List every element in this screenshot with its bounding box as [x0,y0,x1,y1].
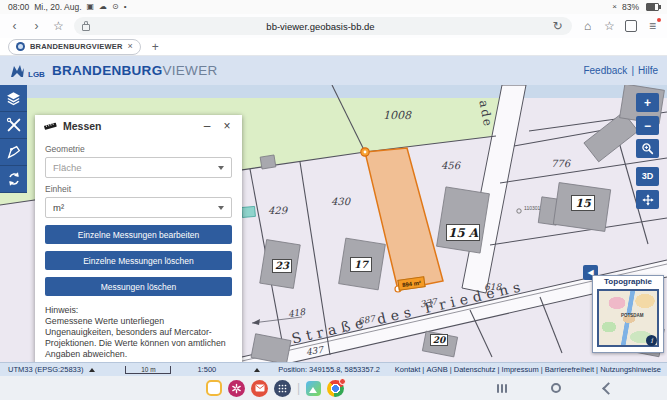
close-icon[interactable]: × [220,120,234,132]
survey-point-marker [517,209,521,213]
scale-bar: 10 m [125,366,171,374]
url-bar[interactable]: bb-viewer.geobasis-bb.de ↻ [74,17,572,35]
help-link[interactable]: Hilfe [638,65,658,76]
home-button[interactable] [551,383,561,393]
footer-link[interactable]: Nutzungshinweise [600,365,661,374]
app-title: BRANDENBURGVIEWER [52,63,218,78]
zoom-in-button[interactable]: + [636,93,659,112]
scale-caret-icon[interactable] [254,368,260,372]
refresh-icon[interactable]: ↻ [551,20,564,32]
edit-measurements-button[interactable]: Einzelne Messungen bearbeiten [45,225,232,244]
layers-button[interactable] [0,85,27,112]
scale-ratio[interactable]: 1:500 [197,365,216,374]
gallery-app-icon[interactable] [306,381,321,396]
mute-icon: × [612,3,617,11]
footer-link[interactable]: Kontakt [395,365,427,374]
tool-sidebar [0,85,27,193]
house-number-17: 17 [350,257,372,272]
draw-icon [6,144,22,160]
header-links: Feedback | Hilfe [583,65,658,76]
overview-map-panel: Topographie POTSDAM i [592,275,664,353]
envelope-icon [255,384,265,392]
hint-title: Hinweis: [45,305,78,315]
chevron-down-icon [218,206,224,210]
house-number-15a: 15 A [446,224,480,241]
tab-favicon [16,42,25,51]
tablet-screen: 08:00 Mi., 20. Aug. ▣ ☁ ⊙ • × 83% ‹ › ☆ … [0,0,667,400]
app-drawer-icon[interactable] [274,380,291,397]
zoom-box-button[interactable] [636,139,659,158]
refresh-layers-button[interactable] [0,166,27,193]
home-icon[interactable]: ⌂ [581,20,594,32]
three-d-button[interactable]: 3D [636,167,659,186]
email-app-icon[interactable] [251,380,268,397]
taskbar-divider: | [297,382,300,394]
ruler-icon [43,120,57,132]
tools-icon [6,117,22,133]
hint-text: Hinweis: Gemessene Werte unterliegen Ung… [45,305,232,360]
parcel-label-430: 430 [331,197,350,207]
info-button[interactable]: i [646,335,657,346]
measure-panel-header[interactable]: Messen – × [35,115,242,137]
lgb-logo: LGB [9,63,45,79]
taskbar-apps: | [206,379,344,397]
minus-icon: − [644,120,651,132]
house-number-20: 20 [430,334,448,346]
unit-select[interactable]: m² [45,197,232,218]
pan-button[interactable] [636,190,659,209]
new-tab-icon[interactable]: + [152,41,159,53]
delete-measurements-button[interactable]: Messungen löschen [45,277,232,296]
flower-app-icon[interactable] [228,380,245,397]
browser-tab[interactable]: BRANDENBURGVIEWER × [8,39,141,55]
feedback-link[interactable]: Feedback [583,65,627,76]
building-15a [437,187,490,253]
logo-text: LGB [28,70,45,79]
geometry-select[interactable]: Fläche [45,157,232,178]
samsung-internet-app-icon[interactable] [206,380,222,396]
overview-city-label: POTSDAM [621,313,644,318]
crs-caret-icon[interactable] [89,368,95,372]
parcel-label-1008: 1008 [383,110,411,121]
recents-button[interactable] [497,384,507,393]
menu-icon[interactable]: ≡ [646,20,659,32]
forward-icon[interactable]: › [30,20,43,32]
footer-link[interactable]: Datenschutz [454,365,502,374]
footer-link[interactable]: Impressum [502,365,545,374]
three-d-label: 3D [642,172,654,181]
house-number-15: 15 [571,195,595,211]
crs-selector[interactable]: UTM33 (EPSG:25833) [8,365,83,374]
star-icon[interactable]: ☆ [603,20,616,32]
android-status-bar: 08:00 Mi., 20. Aug. ▣ ☁ ⊙ • × 83% [0,0,667,14]
back-icon[interactable]: ‹ [8,20,21,32]
status-left: 08:00 Mi., 20. Aug. ▣ ☁ ⊙ • [8,2,127,12]
chrome-app-icon[interactable] [327,380,344,397]
minimize-icon[interactable]: – [200,120,214,132]
water-feature [242,206,256,217]
geometry-label: Geometrie [45,144,232,154]
footer-link[interactable]: Barrierefreiheit [545,365,600,374]
url-text[interactable]: bb-viewer.geobasis-bb.de [90,21,551,32]
bookmark-icon[interactable]: ☆ [52,20,65,32]
footer-links: Kontakt AGNB Datenschutz Impressum Barri… [395,365,661,374]
footer-link[interactable]: AGNB [426,365,453,374]
screenshot-icon: ▣ [87,3,95,11]
tools-button[interactable] [0,112,27,139]
back-button[interactable] [602,382,615,395]
plus-icon: + [644,97,651,109]
more-dot-icon: • [124,3,127,11]
chevron-down-icon [218,166,224,170]
overview-map[interactable]: POTSDAM i [597,289,659,347]
building-shed [260,155,276,169]
building-below-street-left [251,334,291,362]
system-navigation [497,379,613,397]
dot-grid-icon [278,384,287,393]
delete-single-measurements-button[interactable]: Einzelne Messungen löschen [45,251,232,270]
draw-measure-button[interactable] [0,139,27,166]
zoom-out-button[interactable]: − [636,116,659,135]
lock-icon [82,24,90,31]
tab-close-icon[interactable]: × [128,42,133,51]
android-nav-bar: | [0,376,667,400]
parcel-label-456: 456 [441,161,460,171]
tabs-icon[interactable] [625,20,637,32]
notification-badge [339,378,346,385]
